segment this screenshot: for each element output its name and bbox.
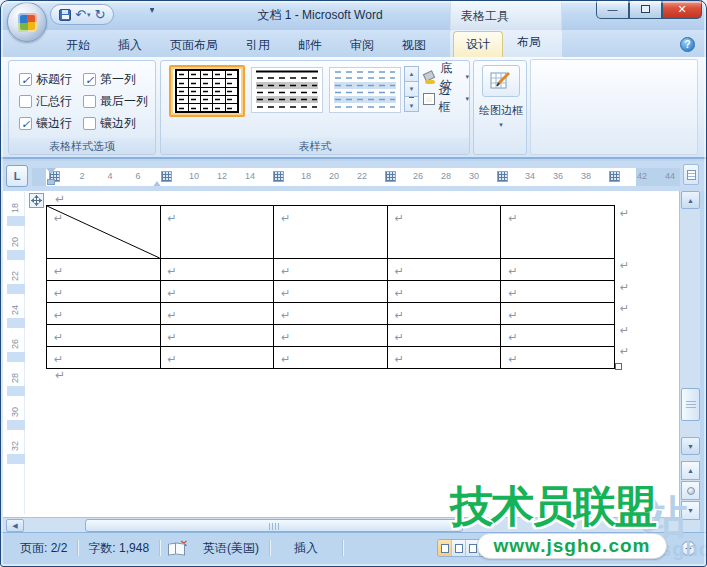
shading-bucket-icon [423, 70, 436, 84]
document-page[interactable]: 18 20 22 24 26 28 30 32 ↵ ↵ ↵ [3, 191, 679, 517]
table-column-marker[interactable] [609, 171, 620, 182]
tab-review[interactable]: 审阅 [336, 33, 388, 57]
tab-design[interactable]: 设计 [453, 31, 503, 57]
borders-button[interactable]: 边框 ▾ [423, 89, 469, 109]
horizontal-scroll-thumb[interactable] [85, 519, 463, 532]
checkbox-header-row[interactable]: ✓标题行 [19, 71, 83, 88]
table-cell[interactable]: ↵ [161, 347, 275, 368]
table-cell-diagonal[interactable]: ↵ [47, 206, 161, 258]
tab-stop-selector[interactable]: L [6, 165, 28, 187]
table-cell[interactable]: ↵ [274, 303, 388, 324]
table-cell[interactable]: ↵ [47, 281, 161, 302]
table-cell[interactable]: ↵ [47, 259, 161, 280]
checkbox-banded-columns[interactable]: 镶边列 [83, 115, 163, 132]
table-cell[interactable]: ↵ [501, 281, 614, 302]
help-button[interactable]: ? [680, 37, 695, 52]
tab-home[interactable]: 开始 [52, 33, 104, 57]
table-cell[interactable]: ↵ [501, 303, 614, 324]
customize-qat-button[interactable]: ▾ [150, 8, 154, 13]
table-style-plain-grid[interactable] [169, 65, 245, 117]
table-column-marker[interactable] [497, 171, 508, 182]
print-layout-view-button[interactable] [438, 540, 452, 556]
view-ruler-toggle-button[interactable] [683, 164, 699, 185]
table-cell[interactable]: ↵ [388, 303, 502, 324]
table-cell[interactable]: ↵ [501, 206, 614, 258]
language-indicator[interactable]: 英语(美国) [193, 540, 269, 557]
undo-button[interactable]: ↶▾ [75, 8, 90, 21]
table-cell[interactable]: ↵ [388, 325, 502, 346]
table-cell[interactable]: ↵ [274, 347, 388, 368]
first-line-indent-marker[interactable] [46, 168, 56, 179]
hanging-indent-marker[interactable] [152, 176, 162, 186]
redo-button[interactable]: ↻ [94, 8, 105, 21]
gallery-scroll-down-button[interactable]: ▼ [404, 81, 419, 97]
spellcheck-icon[interactable]: ✕ [168, 542, 185, 555]
table-cell[interactable]: ↵ [388, 259, 502, 280]
table-cell[interactable]: ↵ [274, 206, 388, 258]
scroll-up-button[interactable]: ▲ [681, 191, 700, 209]
table-cell[interactable]: ↵ [161, 325, 275, 346]
table-cell[interactable]: ↵ [161, 259, 275, 280]
table-style-light-shading[interactable] [251, 67, 323, 113]
table-style-light-list-accent[interactable] [329, 67, 401, 113]
gallery-scroll-up-button[interactable]: ▲ [404, 66, 419, 82]
page-indicator[interactable]: 页面: 2/2 [10, 540, 77, 557]
save-icon [59, 9, 71, 21]
table-cell[interactable]: ↵ [501, 347, 614, 368]
checkbox-banded-rows[interactable]: ✓镶边行 [19, 115, 83, 132]
scroll-left-button[interactable]: ◀ [6, 519, 24, 532]
minimize-icon: — [608, 4, 618, 15]
minimize-button[interactable]: — [596, 0, 629, 19]
table-cell[interactable]: ↵ [274, 281, 388, 302]
checkbox-last-column[interactable]: 最后一列 [83, 93, 163, 110]
tab-view[interactable]: 视图 [388, 33, 440, 57]
word-count[interactable]: 字数: 1,948 [78, 540, 159, 557]
draw-borders-pencil-icon [490, 70, 512, 92]
table-cell[interactable]: ↵ [501, 325, 614, 346]
table-cell[interactable]: ↵ [47, 347, 161, 368]
save-button[interactable] [59, 9, 71, 21]
table-cell[interactable]: ↵ [47, 325, 161, 346]
table-cell[interactable]: ↵ [161, 303, 275, 324]
full-screen-reading-view-button[interactable] [452, 540, 466, 556]
tab-page-layout[interactable]: 页面布局 [156, 33, 232, 57]
table-cell[interactable]: ↵ [274, 325, 388, 346]
horizontal-ruler[interactable]: 2 4 6 10 12 14 18 20 22 26 28 30 34 36 3… [32, 168, 680, 186]
table-cell[interactable]: ↵ [388, 281, 502, 302]
table-column-marker[interactable] [161, 171, 172, 182]
vertical-scroll-thumb[interactable] [681, 388, 700, 421]
close-button[interactable]: ✕ [662, 0, 702, 19]
table-cell[interactable]: ↵ [388, 347, 502, 368]
previous-page-button[interactable]: ▲ [681, 461, 700, 480]
restore-button[interactable] [629, 0, 662, 19]
table-cell[interactable]: ↵ [274, 259, 388, 280]
scroll-down-button[interactable]: ▼ [681, 437, 700, 455]
document-table[interactable]: ↵ ↵ ↵ ↵ ↵ ↵ ↵ ↵ ↵ ↵ ↵ ↵ ↵ ↵ ↵ [46, 205, 615, 369]
vertical-scrollbar[interactable]: ▲ ▼ ▲ ▼ [679, 191, 700, 532]
table-column-marker[interactable] [273, 171, 284, 182]
tab-layout[interactable]: 布局 [503, 30, 555, 57]
table-cell[interactable]: ↵ [161, 206, 275, 258]
tab-references[interactable]: 引用 [232, 33, 284, 57]
left-indent-marker[interactable] [47, 179, 55, 185]
checkbox-first-column[interactable]: ✓第一列 [83, 71, 163, 88]
table-cell[interactable]: ↵ [47, 303, 161, 324]
draw-borders-dropdown-icon[interactable]: ▾ [474, 121, 528, 129]
table-resize-handle[interactable] [615, 363, 622, 370]
table-column-marker[interactable] [385, 171, 396, 182]
vertical-ruler[interactable]: 18 20 22 24 26 28 30 32 [7, 192, 25, 514]
ruler-segment [7, 420, 25, 430]
gallery-more-button[interactable]: ▼ [404, 96, 419, 112]
table-cell[interactable]: ↵ [161, 281, 275, 302]
table-cell[interactable]: ↵ [501, 259, 614, 280]
tab-insert[interactable]: 插入 [104, 33, 156, 57]
group-table-style-options: ✓标题行 ✓第一列 汇总行 最后一列 ✓镶边行 镶边列 表格样式选项 [8, 60, 156, 155]
table-move-handle[interactable] [29, 193, 44, 208]
undo-dropdown-icon[interactable]: ▾ [87, 8, 91, 21]
table-cell[interactable]: ↵ [388, 206, 502, 258]
checkbox-total-row[interactable]: 汇总行 [19, 93, 83, 110]
office-button[interactable] [7, 2, 47, 42]
tab-mailings[interactable]: 邮件 [284, 33, 336, 57]
insert-mode-indicator[interactable]: 插入 [270, 540, 342, 557]
draw-borders-button[interactable] [482, 65, 520, 97]
